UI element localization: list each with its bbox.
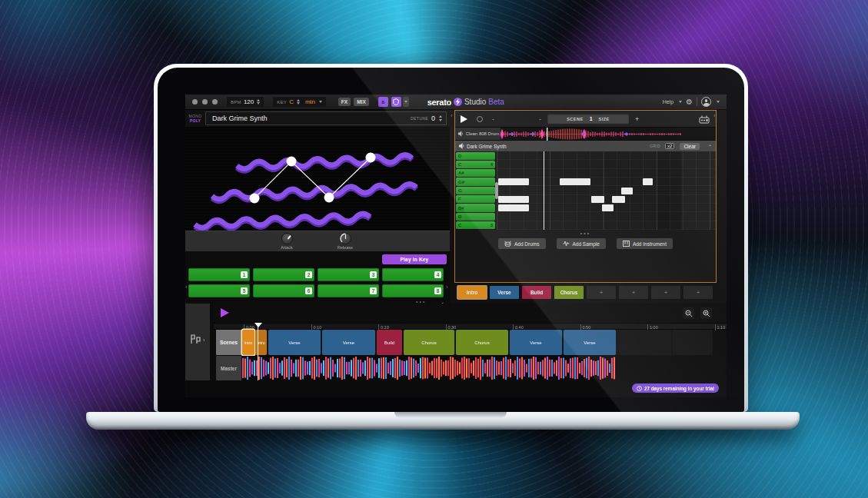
pad-6[interactable]: 6: [253, 284, 314, 297]
master-waveform-track[interactable]: [242, 356, 713, 380]
settings-gear-icon[interactable]: ⚙: [686, 98, 693, 106]
scene-block-intro[interactable]: Intro: [242, 330, 254, 355]
scene-block-verse[interactable]: Verse: [322, 330, 375, 355]
piano-resize-dots[interactable]: •••: [455, 230, 716, 236]
add-scene-tab[interactable]: +: [651, 286, 680, 299]
help-menu[interactable]: Help: [663, 99, 673, 105]
window-zoom-button[interactable]: [212, 99, 218, 105]
key-value[interactable]: C: [289, 98, 294, 105]
pad-8[interactable]: 8: [382, 284, 444, 297]
keys-scrollbar[interactable]: [495, 182, 498, 199]
piano-key-G#[interactable]: G#: [456, 178, 495, 185]
zoom-in-button[interactable]: [700, 307, 712, 319]
key-mode-select[interactable]: min: [305, 98, 315, 105]
collapse-track-icon[interactable]: ⌃: [708, 144, 712, 149]
note-grid[interactable]: [497, 151, 716, 230]
track-row-drums[interactable]: Clean 808 Drum...: [455, 128, 716, 141]
drum-track-waveform[interactable]: [501, 128, 716, 140]
scene-tab-build[interactable]: Build: [522, 286, 551, 299]
detune-value[interactable]: 0: [431, 115, 435, 122]
add-scene-tab[interactable]: +: [619, 286, 648, 299]
add-scene-tab[interactable]: +: [683, 286, 713, 299]
midi-note[interactable]: [498, 178, 529, 185]
pad-7[interactable]: 7: [318, 284, 379, 297]
bpm-stepper[interactable]: [257, 99, 260, 105]
time-ruler[interactable]: 0:000:100:200:300:400:501:001:10: [214, 323, 727, 330]
scene-block-verse[interactable]: Verse: [510, 330, 562, 355]
midi-note[interactable]: [643, 178, 653, 185]
piano-key-A#[interactable]: A#: [456, 169, 495, 177]
detune-control[interactable]: DETUNE 0: [411, 115, 442, 122]
scene-block-chorus[interactable]: Chorus: [456, 330, 508, 355]
device-dropdown-button[interactable]: [403, 97, 409, 107]
record-button[interactable]: [477, 116, 483, 122]
audio-files-button[interactable]: a: [378, 97, 388, 107]
scene-block-verse[interactable]: Verse: [564, 330, 616, 355]
release-knob[interactable]: Release: [330, 233, 361, 250]
user-avatar[interactable]: [701, 97, 711, 107]
window-minimize-button[interactable]: [202, 99, 208, 105]
grid-multiplier-chip[interactable]: x2: [665, 143, 674, 149]
midi-note[interactable]: [560, 178, 590, 185]
drum-track-chip[interactable]: Clean 808 Drum...: [455, 128, 501, 140]
piano-key-G[interactable]: G: [456, 187, 495, 194]
track-row-synth-header[interactable]: Dark Grime Synth GRID x2 Clear ⌃: [455, 141, 716, 151]
scene-play-button[interactable]: [461, 115, 467, 123]
key-stepper[interactable]: [297, 99, 300, 105]
pads-scroll-left-icon[interactable]: ‹: [185, 284, 188, 290]
mono-poly-toggle[interactable]: MONO POLY: [185, 114, 205, 123]
device-button[interactable]: [391, 97, 401, 107]
mix-button[interactable]: MIX: [354, 98, 369, 106]
song-view-icon[interactable]: [190, 334, 201, 344]
scene-tab-verse[interactable]: Verse: [490, 286, 519, 299]
playhead[interactable]: [544, 151, 544, 230]
song-play-button[interactable]: [221, 308, 229, 317]
pad-1[interactable]: 1: [188, 268, 250, 281]
scene-size-increase[interactable]: +: [635, 115, 639, 123]
poly-option[interactable]: POLY: [185, 118, 205, 123]
scene-tab-chorus[interactable]: Chorus: [554, 286, 584, 299]
key-control[interactable]: KEY C min: [273, 97, 326, 107]
play-in-key-button[interactable]: Play in Key: [382, 254, 447, 264]
tabs-scroll-right-icon[interactable]: ›: [713, 112, 716, 119]
pad-3[interactable]: 3: [318, 268, 379, 281]
drum-machine-icon[interactable]: [699, 115, 710, 124]
clear-button[interactable]: Clear: [680, 143, 700, 150]
midi-note[interactable]: [498, 204, 529, 211]
piano-key-F[interactable]: F: [456, 195, 495, 203]
add-scene-tab[interactable]: +: [587, 286, 616, 299]
trial-badge[interactable]: 27 days remaining in your trial: [632, 383, 719, 393]
scene-block-build[interactable]: Build: [377, 330, 402, 355]
pad-5[interactable]: 5: [188, 284, 250, 297]
midi-note[interactable]: [498, 196, 529, 203]
add-sample-button[interactable]: Add Sample: [557, 238, 606, 249]
window-close-button[interactable]: [192, 99, 198, 105]
bpm-control[interactable]: BPM 120: [227, 97, 264, 107]
waveform-envelope-display[interactable]: [185, 127, 450, 231]
tabs-scroll-left-icon[interactable]: ‹: [451, 112, 453, 119]
midi-note[interactable]: [621, 188, 633, 194]
attack-knob[interactable]: Attack: [271, 233, 302, 250]
zoom-out-button[interactable]: [683, 307, 694, 319]
piano-key-D[interactable]: D: [456, 213, 495, 221]
sidebar-expand-icon[interactable]: ›: [203, 337, 205, 343]
transport-minus[interactable]: -: [492, 115, 494, 123]
scene-block-verse[interactable]: Verse: [268, 330, 321, 355]
scene-size-decrease[interactable]: -: [539, 115, 541, 123]
piano-key-D[interactable]: D: [456, 152, 495, 160]
piano-key-D#[interactable]: D#: [456, 204, 495, 211]
scene-block-chorus[interactable]: Chorus: [404, 330, 454, 355]
scene-tab-intro[interactable]: Intro: [457, 286, 487, 299]
fx-button[interactable]: FX: [338, 98, 351, 106]
pad-4[interactable]: 4: [382, 268, 444, 281]
add-instrument-button[interactable]: Add Instrument: [617, 238, 673, 249]
add-drums-button[interactable]: Add Drums: [498, 238, 546, 249]
midi-note[interactable]: [612, 196, 625, 203]
pad-2[interactable]: 2: [253, 268, 314, 281]
piano-key-C4[interactable]: C4: [456, 161, 495, 168]
piano-key-C3[interactable]: C3: [456, 221, 495, 229]
bpm-value[interactable]: 120: [244, 98, 254, 105]
midi-note[interactable]: [591, 196, 604, 203]
midi-note[interactable]: [602, 204, 614, 211]
detune-stepper[interactable]: [439, 115, 442, 121]
